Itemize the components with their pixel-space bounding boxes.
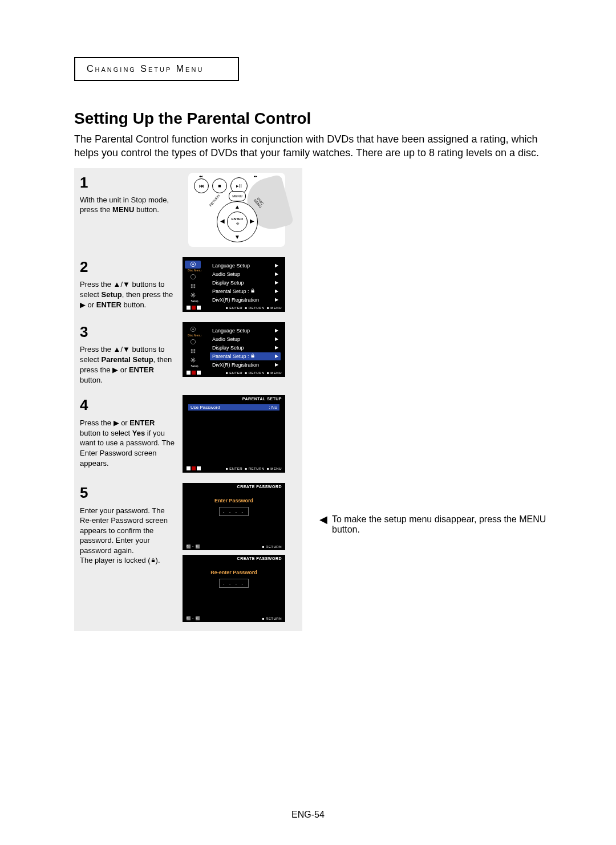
svg-rect-6 (193, 287, 195, 289)
section-header: Changing Setup Menu (74, 57, 239, 81)
step-1-bold: MENU (112, 205, 134, 214)
prev-glyph-label: ◂◂ (194, 174, 208, 178)
step-4: 4 Press the ▶ or ENTER button to select … (80, 395, 297, 473)
osd-menu-step2: Disc Menu Setup Language Setup▶ Audio Se… (183, 257, 285, 312)
gear-icon (185, 356, 201, 364)
title-menu-icon (185, 338, 201, 346)
parental-setup-title: PARENTAL SETUP (242, 397, 282, 401)
svg-rect-13 (191, 352, 192, 354)
remote-stop-button: ■ (212, 178, 227, 193)
next-glyph-label: ▸▸ (249, 174, 262, 178)
parental-setup-highlighted: Parental Setup : ▶ (210, 352, 281, 360)
remote-illustration: ◂◂ ⏮ ■ ▸II ▸▸ MENU RETURN DISC MENU ▲ ▼ … (188, 173, 285, 247)
enter-password-label: Enter Password (187, 498, 281, 503)
step-5: 5 Enter your password. The Re-enter Pass… (80, 483, 297, 622)
steps-panel: 1 With the unit in Stop mode, press the … (74, 168, 302, 632)
svg-point-2 (191, 274, 195, 279)
svg-rect-5 (191, 287, 192, 289)
right-icon: ▶ (80, 300, 86, 310)
svg-rect-3 (191, 284, 192, 286)
osd-reenter-password: CREATE PASSWORD Re-enter Password - - - … (183, 555, 285, 622)
svg-point-9 (192, 328, 194, 330)
page-title: Setting Up the Parental Control (74, 109, 565, 128)
tip-arrow-icon: ◀ (319, 514, 327, 525)
remote-menu-button: MENU (229, 191, 246, 201)
dpad-up-icon: ▲ (234, 204, 240, 210)
up-down-icon: ▲/▼ (114, 344, 130, 355)
svg-rect-12 (193, 349, 195, 351)
svg-rect-11 (191, 349, 192, 351)
svg-point-7 (192, 294, 194, 296)
up-down-icon: ▲/▼ (114, 279, 130, 290)
tip-note: ◀ To make the setup menu disappear, pres… (319, 514, 565, 535)
password-dots: - - - - (219, 507, 249, 516)
svg-point-10 (191, 339, 195, 344)
function-icon (185, 347, 201, 355)
reenter-password-label: Re-enter Password (187, 570, 281, 575)
osd-enter-password: CREATE PASSWORD Enter Password - - - - 0… (183, 483, 285, 550)
disc-menu-icon (185, 326, 201, 334)
lock-icon (151, 555, 156, 560)
step-2-number: 2 (80, 257, 177, 277)
create-password-title-2: CREATE PASSWORD (237, 556, 282, 560)
osd-menu-step3: Disc Menu Setup Language Setup▶ Audio Se… (183, 322, 285, 377)
svg-point-1 (192, 263, 194, 265)
step-4-number: 4 (80, 395, 177, 415)
svg-rect-4 (193, 284, 195, 286)
step-2-pre: Press the (80, 280, 114, 289)
lock-open-icon (250, 288, 256, 293)
step-3: 3 Press the ▲/▼ buttons to select Parent… (80, 322, 297, 385)
remote-prev-button: ⏮ (194, 178, 209, 193)
right-icon: ▶ (114, 418, 119, 428)
dpad-left-icon: ◀ (220, 218, 225, 224)
page-number: ENG-54 (0, 810, 616, 820)
gear-icon (185, 291, 201, 299)
password-dots-2: - - - - (219, 579, 249, 588)
step-1: 1 With the unit in Stop mode, press the … (80, 173, 297, 247)
right-icon: ▶ (112, 365, 118, 375)
svg-rect-14 (193, 352, 195, 354)
section-header-text: Changing Setup Menu (87, 64, 204, 74)
disc-menu-icon (185, 261, 201, 269)
tip-text: To make the setup menu disappear, press … (332, 514, 565, 535)
dpad-down-icon: ▼ (234, 234, 240, 240)
create-password-title: CREATE PASSWORD (237, 485, 282, 489)
remote-enter-button: ENTER ⎆ (227, 212, 248, 232)
function-icon (185, 282, 201, 290)
step-1-post: button. (134, 205, 159, 214)
lock-open-icon (250, 353, 256, 358)
step-1-number: 1 (80, 173, 177, 193)
return-label: RETURN (209, 194, 220, 206)
step-5-number: 5 (80, 483, 177, 503)
enter-icon: ⎆ (236, 221, 239, 226)
title-menu-icon (185, 273, 201, 281)
remote-dpad: ▲ ▼ ◀ ▶ ENTER ⎆ (217, 201, 258, 242)
step-2: 2 Press the ▲/▼ buttons to select Setup,… (80, 257, 297, 312)
intro-paragraph: The Parental Control function works in c… (74, 132, 548, 160)
dpad-right-icon: ▶ (250, 218, 254, 224)
svg-point-15 (192, 359, 194, 361)
step-3-number: 3 (80, 322, 177, 342)
osd-parental-setup: PARENTAL SETUP Use Password : No ■ ENTER… (183, 395, 285, 473)
